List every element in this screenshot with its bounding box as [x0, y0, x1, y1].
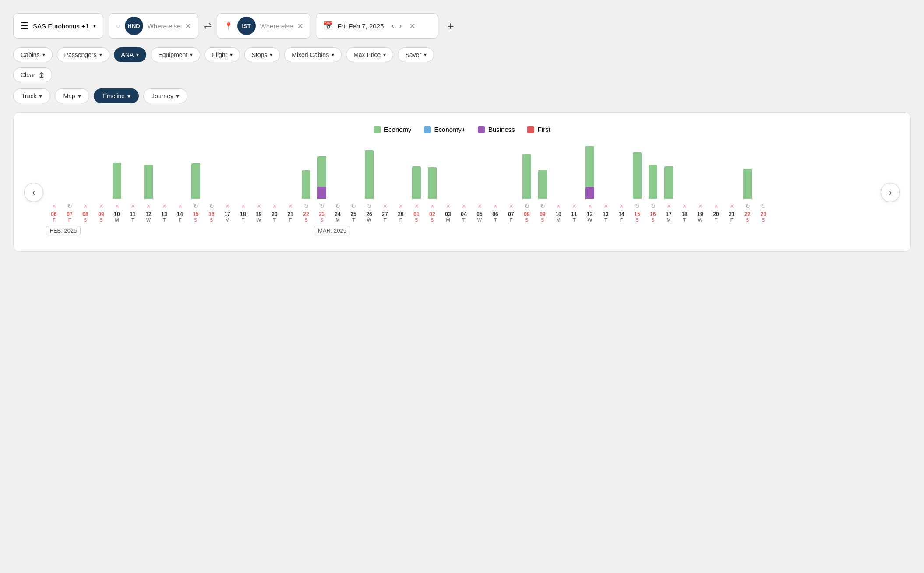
bar-col[interactable]: ↻ 08 S	[519, 146, 535, 223]
mixed-cabins-filter[interactable]: Mixed Cabins ▾	[284, 47, 342, 62]
bar-col[interactable]: ✕ 06 T	[46, 146, 62, 223]
bar-col[interactable]: ↻ 24 M	[330, 146, 346, 223]
bar-col[interactable]: ✕ 13 T	[156, 146, 172, 223]
bar-col[interactable]: ✕ 12 W	[582, 146, 598, 223]
bar-col[interactable]: ↻ 15 S	[629, 146, 645, 223]
bar-col[interactable]: ✕ 14 F	[614, 146, 629, 223]
flight-filter[interactable]: Flight ▾	[205, 47, 240, 62]
bar-x-icon: ✕	[477, 203, 482, 209]
chart-prev-button[interactable]: ‹	[24, 183, 43, 202]
bar-col[interactable]: ✕ 21 F	[724, 146, 740, 223]
bar-col[interactable]: ✕ 08 S	[78, 146, 93, 223]
swap-button[interactable]: ⇌	[204, 20, 212, 32]
bar-col[interactable]: ↻ 22 S	[740, 146, 755, 223]
bar-col[interactable]: ↻ 25 T	[346, 146, 361, 223]
origin-close-icon[interactable]: ✕	[185, 22, 191, 30]
bar-x-icon: ✕	[446, 203, 451, 209]
bar-col[interactable]: ↻ 23 S	[755, 146, 771, 223]
bar-col[interactable]: ↻ 16 S	[645, 146, 661, 223]
bar-col[interactable]: ↻ 22 S	[298, 146, 314, 223]
bar-col[interactable]: ✕ 19 W	[692, 146, 708, 223]
bar-col[interactable]: ✕ 09 S	[93, 146, 109, 223]
equipment-filter[interactable]: Equipment ▾	[151, 47, 200, 62]
stops-filter[interactable]: Stops ▾	[244, 47, 280, 62]
date-prev-button[interactable]: ‹	[390, 21, 395, 31]
bar-col[interactable]: ✕ 10 M	[550, 146, 566, 223]
bar-col[interactable]: ✕ 06 T	[487, 146, 503, 223]
origin-circle-icon: ○	[116, 22, 120, 30]
clear-button[interactable]: Clear 🗑	[13, 67, 52, 82]
timeline-view-button[interactable]: Timeline ▾	[94, 88, 139, 103]
bar-refresh-icon: ↻	[209, 203, 214, 209]
origin-box[interactable]: ○ HND Where else ✕	[109, 13, 198, 39]
mar-month-label: MAR, 2025	[314, 226, 350, 235]
bar-x-icon: ✕	[383, 203, 388, 209]
legend: Economy Economy+ Business First	[22, 126, 902, 133]
bar-col[interactable]: ✕ 18 T	[235, 146, 251, 223]
bar-col[interactable]: ✕ 21 F	[282, 146, 298, 223]
date-picker[interactable]: 📅 Fri, Feb 7, 2025 ‹ › ✕	[316, 13, 438, 39]
bar-col[interactable]: ✕ 04 T	[456, 146, 472, 223]
saver-filter[interactable]: Saver ▾	[398, 47, 434, 62]
feb-month-label: FEB, 2025	[46, 226, 81, 235]
saver-chevron-icon: ▾	[424, 52, 427, 58]
date-close-icon[interactable]: ✕	[409, 22, 415, 30]
chart-next-button[interactable]: ›	[881, 183, 900, 202]
bar-col[interactable]: ✕ 17 M	[219, 146, 235, 223]
clear-row: Clear 🗑	[13, 67, 911, 82]
destination-box[interactable]: 📍 IST Where else ✕	[217, 13, 311, 39]
bar-refresh-icon: ↻	[761, 203, 766, 209]
track-view-button[interactable]: Track ▾	[13, 88, 50, 103]
add-leg-button[interactable]: +	[444, 19, 457, 33]
date-next-button[interactable]: ›	[398, 21, 403, 31]
bar-col[interactable]: ✕ 11 T	[125, 146, 141, 223]
bar-col[interactable]: ✕ 10 M	[109, 146, 125, 223]
bar-col[interactable]: ✕ 05 W	[472, 146, 487, 223]
map-view-button[interactable]: Map ▾	[55, 88, 89, 103]
bar-col[interactable]: ✕ 19 W	[251, 146, 267, 223]
chart-container: Economy Economy+ Business First ‹ › ✕ 06…	[13, 112, 911, 252]
bar-col[interactable]: ✕ 03 M	[440, 146, 456, 223]
bar-col[interactable]: ✕ 01 S	[409, 146, 424, 223]
bar-col[interactable]: ✕ 02 S	[424, 146, 440, 223]
passengers-filter[interactable]: Passengers ▾	[57, 47, 109, 62]
bar-x-icon: ✕	[603, 203, 608, 209]
bar-col[interactable]: ↻ 23 S	[314, 146, 330, 223]
bar-col[interactable]: ✕ 17 M	[661, 146, 677, 223]
bar-col[interactable]: ↻ 07 F	[62, 146, 78, 223]
bar-col[interactable]: ✕ 14 F	[172, 146, 188, 223]
date-value: Fri, Feb 7, 2025	[337, 22, 384, 30]
bar-col[interactable]: ✕ 27 T	[377, 146, 393, 223]
business-legend-label: Business	[488, 126, 515, 133]
dest-close-icon[interactable]: ✕	[297, 22, 303, 30]
stops-label: Stops	[252, 51, 268, 58]
cabins-filter[interactable]: Cabins ▾	[13, 47, 53, 62]
bar-col[interactable]: ✕ 20 T	[708, 146, 724, 223]
origin-placeholder: Where else	[148, 22, 181, 30]
bar-col[interactable]: ✕ 20 T	[267, 146, 282, 223]
timeline-label: Timeline	[102, 92, 125, 99]
stops-chevron-icon: ▾	[270, 52, 272, 58]
economy-plus-legend-color	[424, 126, 431, 133]
bar-col[interactable]: ↻ 15 S	[188, 146, 204, 223]
economy-legend-color	[374, 126, 381, 133]
max-price-filter[interactable]: Max Price ▾	[346, 47, 393, 62]
bar-col[interactable]: ↻ 09 S	[535, 146, 550, 223]
journey-label: Journey	[152, 92, 173, 99]
program-selector[interactable]: ☰ SAS Eurobonus +1 ▾	[13, 13, 103, 39]
bar-x-icon: ✕	[619, 203, 624, 209]
bar-col[interactable]: ✕ 13 T	[598, 146, 614, 223]
bar-refresh-icon: ↻	[351, 203, 356, 209]
bar-col[interactable]: ✕ 12 W	[141, 146, 156, 223]
ana-filter[interactable]: ANA ▾	[114, 47, 147, 62]
bar-x-icon: ✕	[162, 203, 167, 209]
journey-view-button[interactable]: Journey ▾	[143, 88, 187, 103]
bar-col[interactable]: ↻ 16 S	[204, 146, 219, 223]
bar-refresh-icon: ↻	[651, 203, 656, 209]
bar-refresh-icon: ↻	[367, 203, 372, 209]
bar-col[interactable]: ✕ 18 T	[677, 146, 692, 223]
bar-col[interactable]: ✕ 07 F	[503, 146, 519, 223]
bar-col[interactable]: ✕ 11 T	[566, 146, 582, 223]
bar-col[interactable]: ✕ 28 F	[393, 146, 409, 223]
bar-col[interactable]: ↻ 26 W	[361, 146, 377, 223]
